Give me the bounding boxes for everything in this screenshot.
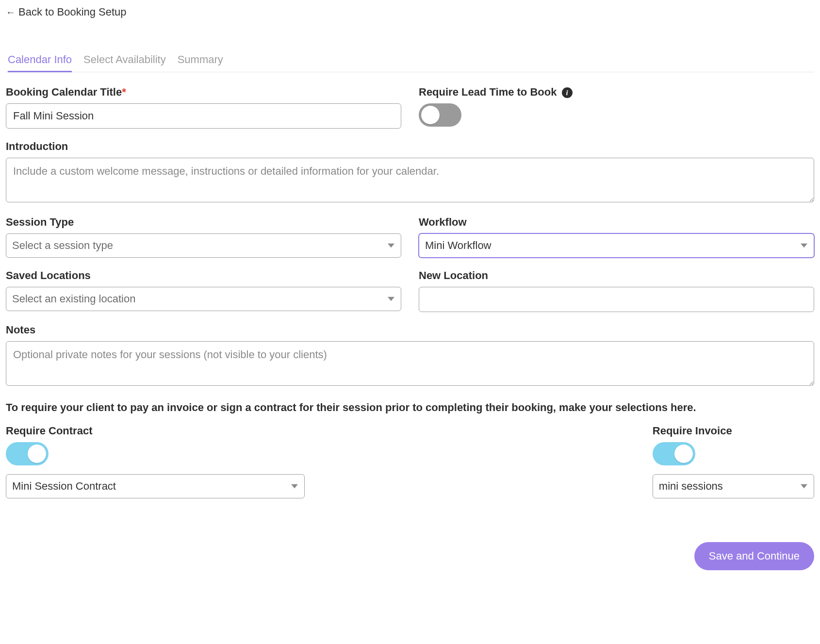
arrow-left-icon: ← <box>6 7 16 17</box>
booking-title-label: Booking Calendar Title* <box>6 86 401 99</box>
require-contract-toggle[interactable] <box>6 442 49 465</box>
session-type-select[interactable]: Select a session type <box>6 233 401 258</box>
back-to-booking-setup-link[interactable]: ← Back to Booking Setup <box>6 6 127 18</box>
back-link-text: Back to Booking Setup <box>18 6 127 18</box>
require-invoice-label: Require Invoice <box>653 425 814 437</box>
require-invoice-toggle[interactable] <box>653 442 695 465</box>
tab-select-availability[interactable]: Select Availability <box>83 53 166 72</box>
new-location-input[interactable] <box>419 287 814 312</box>
require-section-intro: To require your client to pay an invoice… <box>6 401 814 414</box>
tabs-nav: Calendar Info Select Availability Summar… <box>6 53 814 72</box>
notes-textarea[interactable] <box>6 341 814 386</box>
workflow-value: Mini Workflow <box>425 239 492 252</box>
tab-calendar-info[interactable]: Calendar Info <box>8 53 72 72</box>
saved-locations-value: Select an existing location <box>12 293 135 305</box>
workflow-label: Workflow <box>419 216 814 229</box>
toggle-knob <box>674 445 693 463</box>
info-icon[interactable]: i <box>562 87 573 98</box>
introduction-textarea[interactable] <box>6 158 814 202</box>
require-contract-label: Require Contract <box>6 425 305 437</box>
lead-time-toggle[interactable] <box>419 103 461 127</box>
new-location-label: New Location <box>419 269 814 282</box>
toggle-knob <box>421 106 440 124</box>
save-and-continue-button[interactable]: Save and Continue <box>694 542 814 570</box>
workflow-select[interactable]: Mini Workflow <box>419 233 814 258</box>
contract-select-value: Mini Session Contract <box>12 480 116 493</box>
notes-label: Notes <box>6 324 814 336</box>
introduction-label: Introduction <box>6 140 814 153</box>
tab-summary[interactable]: Summary <box>178 53 223 72</box>
contract-select[interactable]: Mini Session Contract <box>6 474 305 498</box>
session-type-value: Select a session type <box>12 239 113 252</box>
toggle-knob <box>28 445 46 463</box>
saved-locations-label: Saved Locations <box>6 269 401 282</box>
saved-locations-select[interactable]: Select an existing location <box>6 287 401 311</box>
session-type-label: Session Type <box>6 216 401 229</box>
invoice-select-value: mini sessions <box>659 480 723 493</box>
booking-title-input[interactable] <box>6 103 401 129</box>
lead-time-label: Require Lead Time to Book i <box>419 86 814 99</box>
invoice-select[interactable]: mini sessions <box>653 474 814 498</box>
